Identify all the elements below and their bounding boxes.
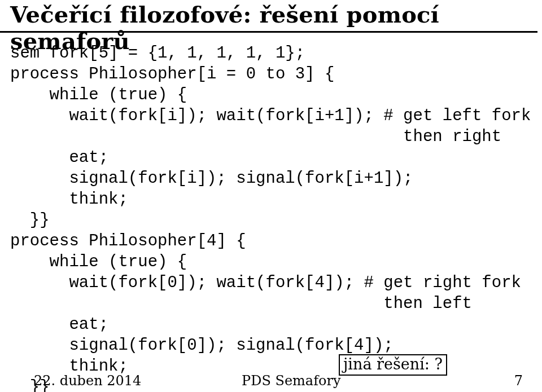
code-line: eat; <box>10 148 108 167</box>
code-line: eat; <box>10 315 108 334</box>
code-line: think; <box>10 190 128 209</box>
code-block: sem fork[5] = {1, 1, 1, 1, 1}; process P… <box>10 43 532 392</box>
code-line: signal(fork[i]); signal(fork[i+1]); <box>10 169 413 188</box>
code-line: signal(fork[0]); signal(fork[4]); <box>10 336 394 355</box>
code-line: while (true) { <box>10 253 187 271</box>
footer-title: PDS Semafory <box>242 373 341 389</box>
code-line: while (true) { <box>10 86 187 104</box>
footer-page-number: 7 <box>514 373 523 389</box>
note-text: jiná řešení: ? <box>343 355 443 373</box>
title-underline <box>0 31 537 33</box>
code-line: }} <box>10 211 50 230</box>
code-line: then left <box>10 294 472 313</box>
slide-page: Večeřící filozofové: řešení pomocí semaf… <box>0 0 542 392</box>
code-line: wait(fork[i]); wait(fork[i+1]); # get le… <box>10 107 531 125</box>
code-line: wait(fork[0]); wait(fork[4]); # get righ… <box>10 274 521 292</box>
note-box: jiná řešení: ? <box>339 354 447 376</box>
code-line: sem fork[5] = {1, 1, 1, 1, 1}; <box>10 44 305 63</box>
code-line: then right <box>10 127 501 146</box>
code-line: process Philosopher[i = 0 to 3] { <box>10 65 334 83</box>
code-line: process Philosopher[4] { <box>10 232 246 250</box>
footer-date: 22. duben 2014 <box>34 373 141 389</box>
